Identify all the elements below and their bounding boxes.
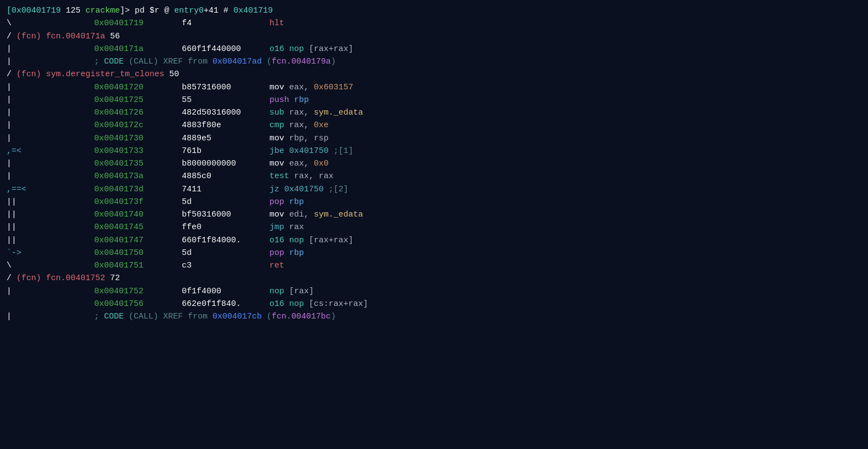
- mnemonic-5: sub: [269, 106, 289, 119]
- addr-2: 0x0040171a: [94, 43, 182, 55]
- prompt-bracket: [: [7, 4, 12, 17]
- xref-paren-2: ): [331, 55, 336, 68]
- indent-1: \: [7, 17, 94, 30]
- mnemonic-11: jz: [269, 183, 284, 196]
- indent-7: |: [7, 132, 94, 145]
- disasm-line-16: `-> 0x00401750 5d pop rbp: [7, 247, 861, 259]
- disasm-line-17: \ 0x00401751 c3 ret: [7, 259, 861, 272]
- fcn-tag-2: (fcn): [16, 68, 46, 81]
- mnemonic-15: o16: [269, 234, 289, 247]
- bytes-2: 660f1f440000: [182, 43, 269, 55]
- terminal-window: [0x00401719 125 crackme]> pd $r @ entry0…: [0, 0, 868, 449]
- bytes-19: 662e0f1f840.: [182, 298, 269, 310]
- xref-code-1: CODE: [104, 55, 124, 68]
- xref-paren-4: ): [331, 310, 336, 323]
- disasm-line-18: | 0x00401752 0f1f4000 nop [rax]: [7, 285, 861, 298]
- indent-17: \: [7, 259, 94, 272]
- slash-1: /: [7, 30, 16, 43]
- bytes-14: ffe0: [182, 221, 269, 234]
- fcn-tag-1: (fcn): [16, 30, 46, 43]
- indent-2: |: [7, 43, 94, 55]
- indent-11: ,==<: [7, 183, 94, 196]
- num-6: 0xe: [314, 119, 329, 132]
- xref-line-2: | ; CODE (CALL) XREF from 0x004017cb (fc…: [7, 310, 861, 323]
- bytes-18: 0f1f4000: [182, 285, 269, 298]
- bytes-5: 482d50316000: [182, 106, 269, 119]
- prompt-addr: 0x00401719: [12, 4, 61, 17]
- xref-comment-1: ;: [94, 55, 104, 68]
- addr-6: 0x0040172c: [94, 119, 182, 132]
- bytes-1: f4: [182, 17, 269, 30]
- addr-15: 0x00401747: [94, 234, 182, 247]
- operand-18: [rax]: [289, 285, 314, 298]
- fcn-tag-3: (fcn): [16, 272, 46, 285]
- reg-12: rbp: [289, 196, 304, 208]
- indent-16: `->: [7, 247, 94, 259]
- mnemonic-8: jbe: [269, 145, 289, 157]
- mnemonic-14: jmp: [269, 221, 289, 234]
- indent-13: ||: [7, 208, 94, 221]
- xref-code-2: CODE: [104, 310, 124, 323]
- disasm-line-15: || 0x00401747 660f1f84000. o16 nop [rax+…: [7, 234, 861, 247]
- bytes-9: b8000000000: [182, 157, 269, 170]
- bytes-17: c3: [182, 259, 269, 272]
- disasm-line-3: | 0x00401720 b857316000 mov eax, 0x60315…: [7, 81, 861, 94]
- indent-15: ||: [7, 234, 94, 247]
- addr-13: 0x00401740: [94, 208, 182, 221]
- prompt-hex: 0x401719: [233, 4, 273, 17]
- mnemonic-19: o16: [269, 298, 289, 310]
- disasm-line-7: | 0x00401730 4889e5 mov rbp, rsp: [7, 132, 861, 145]
- addr-11: 0x0040173d: [94, 183, 182, 196]
- indent-8: ,=<: [7, 145, 94, 157]
- mnemonic-7: mov: [269, 132, 289, 145]
- bytes-10: 4885c0: [182, 170, 269, 183]
- bytes-13: bf50316000: [182, 208, 269, 221]
- mnemonic-1: hlt: [269, 17, 284, 30]
- addr-8: 0x00401733: [94, 145, 182, 157]
- addr-1: 0x00401719: [94, 17, 182, 30]
- indent-x1: |: [7, 55, 94, 68]
- indent-3: |: [7, 81, 94, 94]
- indent-12: ||: [7, 196, 94, 208]
- indent-x2: |: [7, 310, 94, 323]
- fcn-line-1: / (fcn) fcn.0040171a 56: [7, 30, 861, 43]
- addr-16: 0x00401750: [94, 247, 182, 259]
- indent-4: |: [7, 94, 94, 106]
- xref-paren-1: (: [262, 55, 272, 68]
- reg-16: rbp: [289, 247, 304, 259]
- reg-4: rbp: [294, 94, 309, 106]
- xref-addr-1: 0x004017ad: [212, 55, 262, 68]
- bytes-15: 660f1f84000.: [182, 234, 269, 247]
- indent-6: |: [7, 119, 94, 132]
- mnemonic-12: pop: [269, 196, 289, 208]
- xref-fn-1: fcn.0040179a: [272, 55, 331, 68]
- xref-fn-2: fcn.004017bc: [272, 310, 331, 323]
- prompt-line: [0x00401719 125 crackme]> pd $r @ entry0…: [7, 4, 861, 17]
- addr-18: 0x00401752: [94, 285, 182, 298]
- reg-5a: rax,: [289, 106, 314, 119]
- disasm-line-5: | 0x00401726 482d50316000 sub rax, sym._…: [7, 106, 861, 119]
- fcn-name-1: fcn.0040171a: [46, 30, 105, 43]
- fcn-size-1: 56: [105, 30, 120, 43]
- xref-line-1: | ; CODE (CALL) XREF from 0x004017ad (fc…: [7, 55, 861, 68]
- bytes-4: 55: [182, 94, 269, 106]
- indent-5: |: [7, 106, 94, 119]
- disasm-line-9: | 0x00401735 b8000000000 mov eax, 0x0: [7, 157, 861, 170]
- mnemonic-17: ret: [269, 259, 284, 272]
- mnemonic-13: mov: [269, 208, 289, 221]
- disasm-line-14: || 0x00401745 ffe0 jmp rax: [7, 221, 861, 234]
- disasm-line-19: 0x00401756 662e0f1f840. o16 nop [cs:rax+…: [7, 298, 861, 310]
- addr-10: 0x0040173a: [94, 170, 182, 183]
- prompt-num: 125: [61, 4, 85, 17]
- prompt-bracket2: ]>: [120, 4, 135, 17]
- slash-2: /: [7, 68, 16, 81]
- prompt-entry: entry0: [174, 4, 204, 17]
- mnemonic-4: push: [269, 94, 294, 106]
- num-9: 0x0: [314, 157, 329, 170]
- slash-3: /: [7, 272, 16, 285]
- addr-5: 0x00401726: [94, 106, 182, 119]
- operand-15: [rax+rax]: [309, 234, 353, 247]
- xref-paren-3: (: [262, 310, 272, 323]
- prompt-cmd: pd $r @: [135, 4, 174, 17]
- xref-comment-2: ;: [94, 310, 104, 323]
